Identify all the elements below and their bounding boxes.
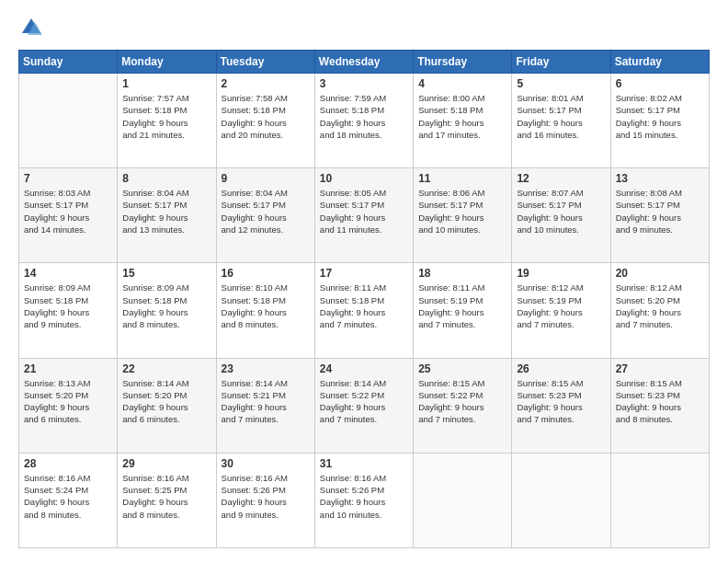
day-info: Sunrise: 8:09 AMSunset: 5:18 PMDaylight:… — [24, 282, 112, 330]
day-info: Sunrise: 8:15 AMSunset: 5:22 PMDaylight:… — [418, 377, 506, 426]
calendar-week-3: 14Sunrise: 8:09 AMSunset: 5:18 PMDayligh… — [19, 263, 710, 358]
calendar-cell: 15Sunrise: 8:09 AMSunset: 5:18 PMDayligh… — [118, 263, 216, 358]
day-info: Sunrise: 8:13 AMSunset: 5:20 PMDaylight:… — [24, 377, 112, 426]
day-number: 3 — [320, 77, 408, 90]
calendar-cell: 10Sunrise: 8:05 AMSunset: 5:17 PMDayligh… — [314, 168, 413, 263]
day-number: 22 — [122, 362, 210, 375]
calendar-cell — [19, 74, 118, 168]
day-number: 31 — [320, 457, 408, 470]
day-number: 25 — [418, 362, 506, 375]
calendar-cell — [610, 453, 709, 547]
calendar-header-row: SundayMondayTuesdayWednesdayThursdayFrid… — [19, 51, 710, 74]
calendar-cell: 12Sunrise: 8:07 AMSunset: 5:17 PMDayligh… — [512, 168, 610, 263]
calendar-cell: 21Sunrise: 8:13 AMSunset: 5:20 PMDayligh… — [19, 358, 118, 453]
calendar-cell: 17Sunrise: 8:11 AMSunset: 5:18 PMDayligh… — [314, 263, 413, 358]
calendar-header-sunday: Sunday — [19, 51, 118, 74]
day-info: Sunrise: 8:00 AMSunset: 5:18 PMDaylight:… — [418, 92, 506, 141]
day-number: 10 — [320, 172, 408, 185]
calendar-header-tuesday: Tuesday — [216, 51, 314, 74]
day-number: 8 — [122, 172, 210, 185]
calendar-cell: 14Sunrise: 8:09 AMSunset: 5:18 PMDayligh… — [19, 263, 118, 358]
day-number: 23 — [222, 362, 310, 375]
day-info: Sunrise: 8:14 AMSunset: 5:22 PMDaylight:… — [320, 377, 408, 426]
day-info: Sunrise: 8:16 AMSunset: 5:25 PMDaylight:… — [122, 472, 210, 521]
day-info: Sunrise: 8:14 AMSunset: 5:20 PMDaylight:… — [122, 377, 210, 426]
day-number: 13 — [616, 172, 704, 185]
day-info: Sunrise: 8:03 AMSunset: 5:17 PMDaylight:… — [24, 187, 112, 236]
day-number: 7 — [24, 172, 112, 185]
day-number: 30 — [222, 457, 310, 470]
calendar-cell: 6Sunrise: 8:02 AMSunset: 5:17 PMDaylight… — [610, 74, 709, 168]
calendar-cell: 28Sunrise: 8:16 AMSunset: 5:24 PMDayligh… — [19, 453, 118, 547]
day-info: Sunrise: 8:01 AMSunset: 5:17 PMDaylight:… — [517, 92, 605, 141]
day-info: Sunrise: 8:11 AMSunset: 5:18 PMDaylight:… — [320, 282, 408, 330]
day-info: Sunrise: 8:15 AMSunset: 5:23 PMDaylight:… — [517, 377, 605, 426]
day-number: 12 — [517, 172, 605, 185]
day-info: Sunrise: 8:09 AMSunset: 5:18 PMDaylight:… — [122, 282, 210, 330]
calendar-cell: 26Sunrise: 8:15 AMSunset: 5:23 PMDayligh… — [512, 358, 610, 453]
page: SundayMondayTuesdayWednesdayThursdayFrid… — [0, 0, 728, 563]
day-info: Sunrise: 8:12 AMSunset: 5:19 PMDaylight:… — [517, 282, 605, 330]
calendar-header-saturday: Saturday — [610, 51, 709, 74]
calendar-cell: 31Sunrise: 8:16 AMSunset: 5:26 PMDayligh… — [314, 453, 413, 547]
day-number: 14 — [24, 267, 112, 280]
day-number: 16 — [222, 267, 310, 280]
day-info: Sunrise: 8:16 AMSunset: 5:26 PMDaylight:… — [320, 472, 408, 521]
day-number: 2 — [222, 77, 310, 90]
day-number: 19 — [517, 267, 605, 280]
day-number: 5 — [517, 77, 605, 90]
calendar-header-monday: Monday — [118, 51, 216, 74]
day-info: Sunrise: 7:59 AMSunset: 5:18 PMDaylight:… — [320, 92, 408, 141]
day-number: 15 — [122, 267, 210, 280]
calendar-header-wednesday: Wednesday — [314, 51, 413, 74]
calendar-table: SundayMondayTuesdayWednesdayThursdayFrid… — [18, 50, 710, 548]
day-info: Sunrise: 8:14 AMSunset: 5:21 PMDaylight:… — [222, 377, 310, 426]
day-number: 27 — [616, 362, 704, 375]
day-info: Sunrise: 8:16 AMSunset: 5:24 PMDaylight:… — [24, 472, 112, 521]
calendar-cell: 7Sunrise: 8:03 AMSunset: 5:17 PMDaylight… — [19, 168, 118, 263]
calendar-cell: 30Sunrise: 8:16 AMSunset: 5:26 PMDayligh… — [216, 453, 314, 547]
day-number: 11 — [418, 172, 506, 185]
day-number: 21 — [24, 362, 112, 375]
calendar-cell: 27Sunrise: 8:15 AMSunset: 5:23 PMDayligh… — [610, 358, 709, 453]
calendar-cell: 19Sunrise: 8:12 AMSunset: 5:19 PMDayligh… — [512, 263, 610, 358]
calendar-week-4: 21Sunrise: 8:13 AMSunset: 5:20 PMDayligh… — [19, 358, 710, 453]
day-number: 29 — [122, 457, 210, 470]
day-info: Sunrise: 7:57 AMSunset: 5:18 PMDaylight:… — [122, 92, 210, 141]
day-info: Sunrise: 8:08 AMSunset: 5:17 PMDaylight:… — [616, 187, 704, 236]
logo-icon — [18, 15, 44, 40]
day-info: Sunrise: 8:12 AMSunset: 5:20 PMDaylight:… — [616, 282, 704, 330]
header — [18, 15, 710, 40]
calendar-cell: 4Sunrise: 8:00 AMSunset: 5:18 PMDaylight… — [414, 74, 512, 168]
day-info: Sunrise: 7:58 AMSunset: 5:18 PMDaylight:… — [222, 92, 310, 141]
calendar-cell: 23Sunrise: 8:14 AMSunset: 5:21 PMDayligh… — [216, 358, 314, 453]
day-number: 4 — [418, 77, 506, 90]
calendar-cell: 8Sunrise: 8:04 AMSunset: 5:17 PMDaylight… — [118, 168, 216, 263]
calendar-cell: 9Sunrise: 8:04 AMSunset: 5:17 PMDaylight… — [216, 168, 314, 263]
day-info: Sunrise: 8:04 AMSunset: 5:17 PMDaylight:… — [122, 187, 210, 236]
calendar-cell: 22Sunrise: 8:14 AMSunset: 5:20 PMDayligh… — [118, 358, 216, 453]
day-number: 6 — [616, 77, 704, 90]
calendar-cell: 25Sunrise: 8:15 AMSunset: 5:22 PMDayligh… — [414, 358, 512, 453]
calendar-week-1: 1Sunrise: 7:57 AMSunset: 5:18 PMDaylight… — [19, 74, 710, 168]
day-info: Sunrise: 8:06 AMSunset: 5:17 PMDaylight:… — [418, 187, 506, 236]
logo — [18, 15, 48, 40]
day-info: Sunrise: 8:10 AMSunset: 5:18 PMDaylight:… — [222, 282, 310, 330]
calendar-cell: 11Sunrise: 8:06 AMSunset: 5:17 PMDayligh… — [414, 168, 512, 263]
calendar-header-friday: Friday — [512, 51, 610, 74]
day-number: 28 — [24, 457, 112, 470]
calendar-header-thursday: Thursday — [414, 51, 512, 74]
calendar-cell: 3Sunrise: 7:59 AMSunset: 5:18 PMDaylight… — [314, 74, 413, 168]
calendar-cell — [414, 453, 512, 547]
calendar-week-2: 7Sunrise: 8:03 AMSunset: 5:17 PMDaylight… — [19, 168, 710, 263]
day-number: 26 — [517, 362, 605, 375]
calendar-week-5: 28Sunrise: 8:16 AMSunset: 5:24 PMDayligh… — [19, 453, 710, 547]
day-info: Sunrise: 8:07 AMSunset: 5:17 PMDaylight:… — [517, 187, 605, 236]
day-info: Sunrise: 8:02 AMSunset: 5:17 PMDaylight:… — [616, 92, 704, 141]
day-number: 1 — [122, 77, 210, 90]
day-info: Sunrise: 8:05 AMSunset: 5:17 PMDaylight:… — [320, 187, 408, 236]
calendar-cell: 16Sunrise: 8:10 AMSunset: 5:18 PMDayligh… — [216, 263, 314, 358]
calendar-cell: 13Sunrise: 8:08 AMSunset: 5:17 PMDayligh… — [610, 168, 709, 263]
day-info: Sunrise: 8:15 AMSunset: 5:23 PMDaylight:… — [616, 377, 704, 426]
day-number: 9 — [222, 172, 310, 185]
